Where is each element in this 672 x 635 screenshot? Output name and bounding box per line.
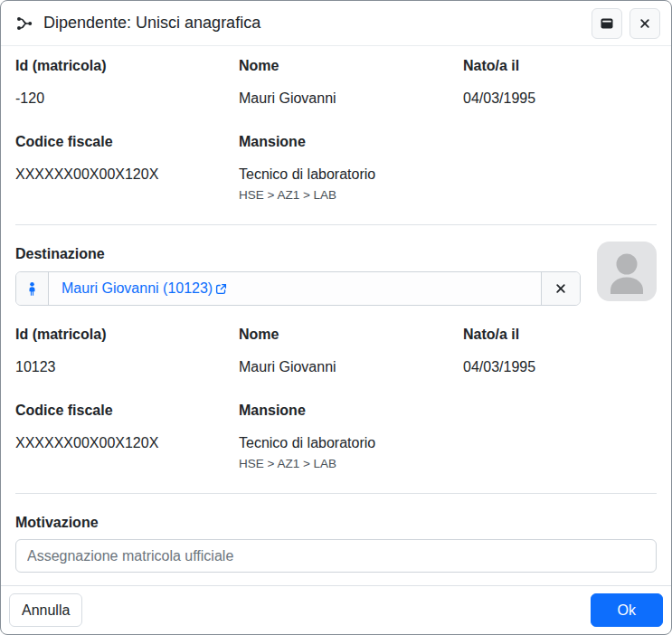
dest-id-label: Id (matricola): [15, 326, 239, 343]
dest-nato-field: Nato/a il 04/03/1995: [463, 326, 657, 375]
source-codice-value: XXXXXX00X00X120X: [15, 166, 239, 183]
source-mansione-value: Tecnico di laboratorio: [239, 166, 463, 183]
dest-mansione-label: Mansione: [239, 402, 463, 419]
dest-codice-field: Codice fiscale XXXXXX00X00X120X: [15, 402, 239, 471]
divider: [15, 224, 657, 225]
person-icon: [16, 272, 49, 305]
destination-person-link[interactable]: Mauri Giovanni (10123): [62, 280, 227, 297]
destination-section-title: Destinazione: [15, 245, 581, 262]
motivazione-label: Motivazione: [15, 514, 657, 531]
divider: [15, 493, 657, 494]
dest-mansione-value: Tecnico di laboratorio: [239, 434, 463, 451]
source-codice-label: Codice fiscale: [15, 133, 239, 150]
destination-picker: Mauri Giovanni (10123): [15, 271, 581, 306]
motivazione-input[interactable]: [15, 539, 657, 573]
dest-nome-value: Mauri Giovanni: [239, 358, 463, 375]
source-nome-field: Nome Mauri Giovanni: [239, 57, 463, 107]
window-icon: [600, 16, 614, 31]
source-mansione-field: Mansione Tecnico di laboratorio HSE > AZ…: [239, 133, 463, 203]
dialog-title: Dipendente: Unisci anagrafica: [43, 14, 584, 33]
dest-codice-value: XXXXXX00X00X120X: [15, 434, 239, 451]
dest-mansione-path: HSE > AZ1 > LAB: [239, 457, 463, 471]
external-link-icon: [215, 283, 227, 295]
source-nato-label: Nato/a il: [463, 57, 657, 74]
window-button[interactable]: [592, 8, 622, 39]
source-id-label: Id (matricola): [15, 57, 239, 74]
source-id-value: -120: [15, 90, 239, 107]
dest-nome-label: Nome: [239, 326, 463, 343]
source-id-field: Id (matricola) -120: [15, 57, 239, 107]
close-icon: [639, 17, 651, 30]
dest-mansione-field: Mansione Tecnico di laboratorio HSE > AZ…: [239, 402, 463, 471]
avatar-placeholder-icon: [597, 242, 657, 301]
dialog-body: Id (matricola) -120 Nome Mauri Giovanni …: [1, 46, 671, 585]
source-mansione-path: HSE > AZ1 > LAB: [239, 188, 463, 203]
merge-dialog: Dipendente: Unisci anagrafica Id (matric…: [0, 0, 672, 635]
ok-button[interactable]: Ok: [591, 593, 663, 627]
cancel-button[interactable]: Annulla: [9, 593, 82, 627]
dialog-header: Dipendente: Unisci anagrafica: [1, 1, 671, 46]
source-nato-field: Nato/a il 04/03/1995: [463, 57, 657, 107]
dest-nome-field: Nome Mauri Giovanni: [239, 326, 463, 375]
avatar: [597, 242, 657, 301]
dest-nato-value: 04/03/1995: [463, 358, 657, 375]
merge-icon: [15, 14, 33, 33]
source-section: Id (matricola) -120 Nome Mauri Giovanni …: [15, 57, 657, 203]
destination-fields-section: Id (matricola) 10123 Nome Mauri Giovanni…: [15, 326, 657, 471]
clear-icon: [554, 282, 567, 295]
destination-section: Destinazione Mauri Giovanni (10123): [15, 242, 657, 306]
dest-id-value: 10123: [15, 358, 239, 375]
source-nome-label: Nome: [239, 57, 463, 74]
dest-nato-label: Nato/a il: [463, 326, 657, 343]
dialog-footer: Annulla Ok: [1, 585, 671, 634]
destination-clear-button[interactable]: [541, 272, 580, 305]
dest-id-field: Id (matricola) 10123: [15, 326, 239, 375]
dest-codice-label: Codice fiscale: [15, 402, 239, 419]
source-nato-value: 04/03/1995: [463, 90, 657, 107]
source-codice-field: Codice fiscale XXXXXX00X00X120X: [15, 133, 239, 203]
close-button[interactable]: [629, 8, 660, 39]
source-mansione-label: Mansione: [239, 133, 463, 150]
source-nome-value: Mauri Giovanni: [239, 90, 463, 107]
